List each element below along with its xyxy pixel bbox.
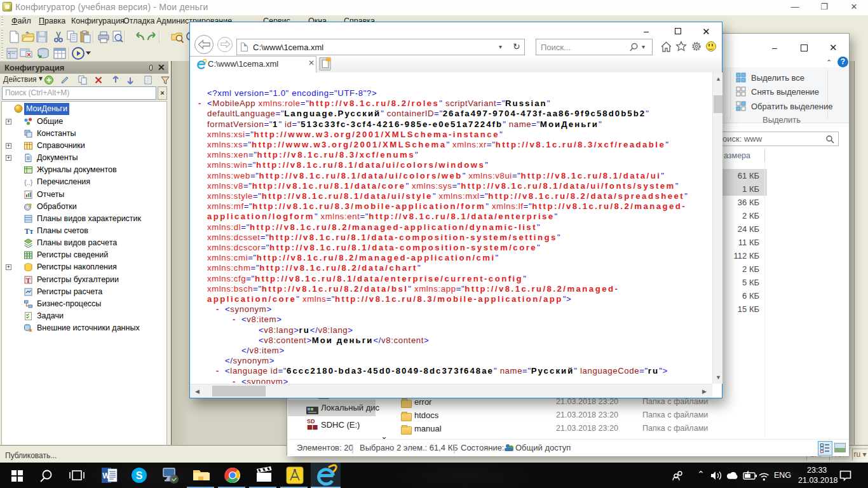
svg-text:Tт: Tт — [25, 227, 34, 236]
svg-text:T: T — [26, 277, 31, 284]
svg-text:S: S — [136, 470, 143, 481]
svg-text:W: W — [102, 471, 110, 480]
svg-text:{..}: {..} — [24, 179, 33, 186]
